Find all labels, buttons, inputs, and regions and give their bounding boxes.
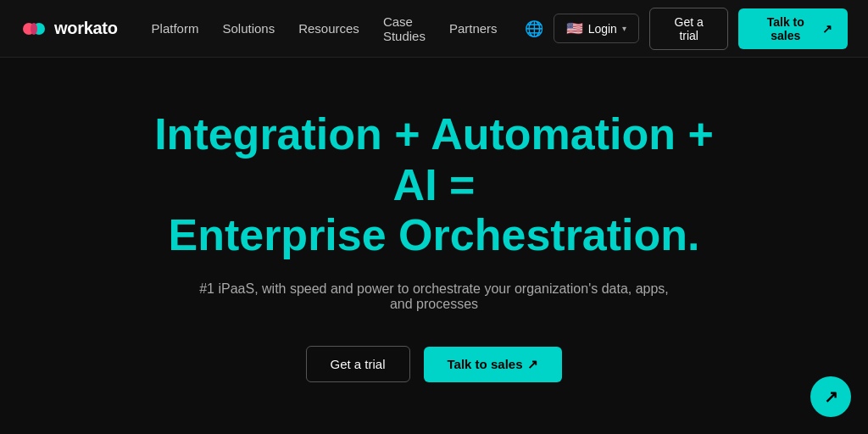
nav-right: 🌐 🇺🇸 Login ▾ Get a trial Talk to sales ↗ — [525, 8, 848, 50]
logo[interactable]: workato — [20, 15, 118, 42]
hero-subtext: #1 iPaaS, with speed and power to orches… — [197, 281, 671, 312]
chat-or-scroll-button[interactable]: ↗ — [810, 376, 851, 417]
hero-headline: Integration + Automation + AI = Enterpri… — [129, 109, 739, 261]
logo-text: workato — [54, 19, 118, 38]
external-link-icon: ↗ — [822, 22, 832, 36]
nav-link-resources[interactable]: Resources — [298, 21, 359, 36]
nav-link-partners[interactable]: Partners — [449, 21, 498, 36]
globe-icon: 🌐 — [525, 19, 543, 38]
hero-section: Integration + Automation + AI = Enterpri… — [0, 58, 868, 434]
chevron-down-icon: ▾ — [622, 24, 626, 33]
hero-headline-line2: Enterprise Orchestration. — [168, 210, 699, 259]
workato-logo-icon — [20, 15, 47, 42]
nav-link-solutions[interactable]: Solutions — [222, 21, 275, 36]
nav-links: Platform Solutions Resources Case Studie… — [152, 14, 498, 43]
login-label: Login — [588, 22, 617, 36]
chat-icon: ↗ — [824, 387, 838, 407]
nav-talk-sales-button[interactable]: Talk to sales ↗ — [738, 8, 848, 49]
navbar: workato Platform Solutions Resources Cas… — [0, 0, 868, 58]
hero-talk-sales-button[interactable]: Talk to sales ↗ — [424, 347, 563, 382]
nav-link-case-studies[interactable]: Case Studies — [383, 14, 426, 43]
svg-point-2 — [31, 23, 37, 35]
nav-link-platform[interactable]: Platform — [152, 21, 199, 36]
hero-cta-buttons: Get a trial Talk to sales ↗ — [306, 346, 563, 382]
hero-trial-button[interactable]: Get a trial — [306, 346, 410, 382]
hero-talk-sales-label: Talk to sales — [448, 357, 523, 371]
hero-headline-line1: Integration + Automation + AI = — [154, 109, 714, 209]
nav-trial-button[interactable]: Get a trial — [649, 8, 729, 50]
login-button[interactable]: 🇺🇸 Login ▾ — [554, 14, 639, 43]
us-flag-icon: 🇺🇸 — [566, 20, 583, 36]
language-selector-button[interactable]: 🌐 — [525, 19, 543, 38]
talk-sales-nav-label: Talk to sales — [754, 15, 817, 42]
hero-talk-sales-icon: ↗ — [527, 357, 538, 372]
